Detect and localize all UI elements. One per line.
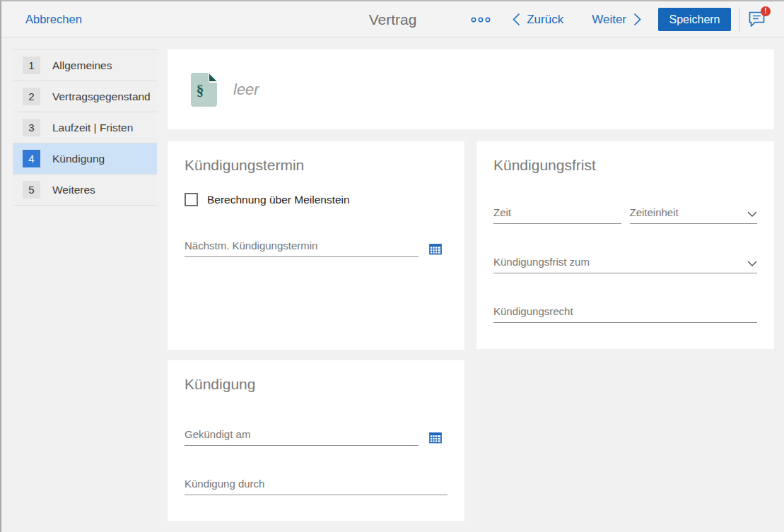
- comments-button[interactable]: !: [747, 9, 768, 30]
- sidebar-item-label: Laufzeit | Fristen: [52, 122, 133, 134]
- save-button[interactable]: Speichern: [658, 8, 731, 31]
- contract-document-icon: §: [190, 73, 217, 107]
- toolbar-actions: Zurück Weiter Speichern !: [470, 1, 773, 37]
- field-placeholder: Kündigungsrecht: [493, 305, 573, 317]
- more-options-icon[interactable]: [470, 16, 491, 23]
- chevron-down-icon[interactable]: [747, 261, 757, 268]
- panel-title: Kündigungstermin: [185, 141, 447, 174]
- sidebar-item-weiteres[interactable]: 5 Weiteres: [13, 175, 157, 206]
- naechster-kuendigungstermin-field[interactable]: Nächstm. Kündigungstermin: [185, 239, 419, 257]
- sidebar-item-laufzeit-fristen[interactable]: 3 Laufzeit | Fristen: [13, 112, 157, 143]
- sidebar-item-label: Kündigung: [52, 153, 105, 165]
- sidebar-item-label: Vertragsgegenstand: [52, 90, 151, 103]
- next-button-label: Weiter: [592, 13, 626, 27]
- svg-text:§: §: [197, 82, 204, 99]
- field-placeholder: Gekündigt am: [185, 428, 250, 440]
- sidebar-item-label: Allgemeines: [52, 59, 112, 72]
- gekuendigt-am-row: Gekündigt am: [185, 427, 447, 446]
- step-number: 1: [23, 57, 40, 74]
- field-placeholder: Kündigungsfrist zum: [493, 256, 590, 268]
- toolbar-divider: [739, 8, 739, 32]
- zeit-field[interactable]: Zeit: [493, 206, 621, 224]
- chevron-down-icon[interactable]: [747, 211, 757, 218]
- step-number: 4: [23, 150, 40, 167]
- zeiteinheit-select[interactable]: Zeiteinheit: [630, 206, 758, 224]
- calendar-picker-icon[interactable]: [429, 243, 442, 257]
- sidebar-item-allgemeines[interactable]: 1 Allgemeines: [13, 50, 157, 81]
- kuendigungsrecht-field[interactable]: Kündigungsrecht: [493, 305, 757, 323]
- page-title: Vertrag: [369, 11, 417, 28]
- back-button-label: Zurück: [527, 13, 563, 27]
- meilenstein-checkbox[interactable]: [185, 193, 198, 206]
- panel-kuendigungstermin: Kündigungstermin Berechnung über Meilens…: [168, 141, 464, 350]
- field-placeholder: Nächstm. Kündigungstermin: [185, 240, 317, 252]
- contract-form-window: Abbrechen Vertrag Zurück Weiter: [0, 0, 784, 532]
- gekuendigt-am-field[interactable]: Gekündigt am: [185, 427, 419, 446]
- chevron-right-icon: [633, 13, 641, 26]
- kuendigungsfrist-zum-select[interactable]: Kündigungsfrist zum: [493, 255, 757, 273]
- sidebar-item-vertragsgegenstand[interactable]: 2 Vertragsgegenstand: [13, 81, 157, 112]
- panel-kuendigung: Kündigung Gekündigt am: [168, 360, 464, 521]
- step-number: 3: [23, 119, 40, 136]
- chevron-left-icon: [513, 13, 520, 26]
- naechster-kuendigungstermin-row: Nächstm. Kündigungstermin: [185, 239, 447, 257]
- panel-title: Kündigungsfrist: [493, 141, 757, 174]
- section-nav: 1 Allgemeines 2 Vertragsgegenstand 3 Lau…: [13, 49, 157, 206]
- record-header-card: § leer: [168, 49, 774, 129]
- sidebar-item-label: Weiteres: [52, 184, 95, 196]
- meilenstein-checkbox-row: Berechnung über Meilenstein: [185, 193, 447, 206]
- cancel-button[interactable]: Abbrechen: [25, 13, 82, 26]
- notification-badge: !: [761, 6, 771, 16]
- kuendigung-durch-field[interactable]: Kündigung durch: [185, 477, 447, 495]
- back-button[interactable]: Zurück: [513, 13, 563, 27]
- panel-kuendigungsfrist: Kündigungsfrist Zeit Zeiteinheit: [476, 141, 774, 349]
- panel-title: Kündigung: [185, 360, 447, 393]
- step-number: 5: [23, 181, 40, 199]
- meilenstein-checkbox-label[interactable]: Berechnung über Meilenstein: [207, 194, 350, 206]
- calendar-picker-icon[interactable]: [429, 432, 442, 446]
- field-placeholder: Zeiteinheit: [630, 206, 679, 218]
- main-content: § leer Kündigungstermin Berechnung über …: [168, 49, 774, 521]
- top-toolbar: Abbrechen Vertrag Zurück Weiter: [1, 1, 784, 37]
- zeit-row: Zeit Zeiteinheit: [493, 206, 757, 224]
- field-placeholder: Kündigung durch: [185, 478, 264, 490]
- next-button[interactable]: Weiter: [592, 13, 641, 27]
- field-placeholder: Zeit: [493, 206, 511, 218]
- sidebar-item-kuendigung[interactable]: 4 Kündigung: [13, 143, 157, 175]
- step-number: 2: [23, 88, 40, 105]
- record-title-placeholder[interactable]: leer: [233, 81, 259, 99]
